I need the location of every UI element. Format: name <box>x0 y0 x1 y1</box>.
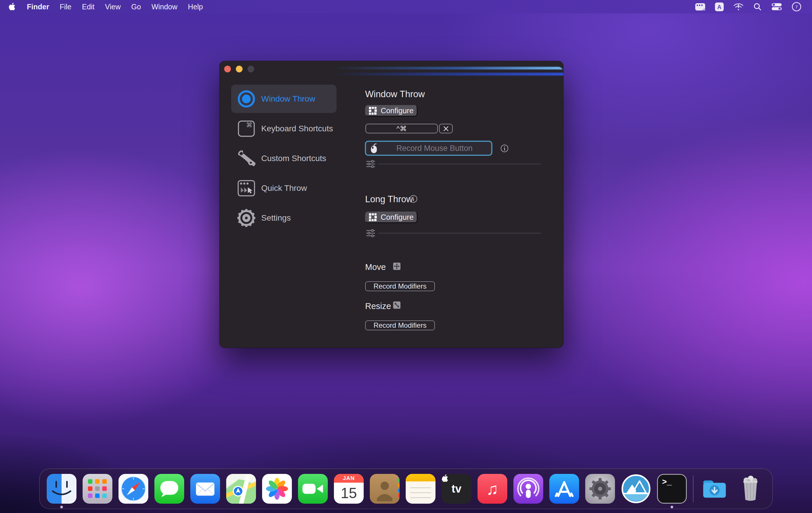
facetime-icon <box>298 474 328 504</box>
dock-item-podcasts[interactable] <box>514 474 543 504</box>
finder-icon <box>47 474 77 504</box>
running-indicator <box>60 506 63 508</box>
sidebar-item-custom-shortcuts[interactable]: Custom Shortcuts <box>231 144 337 173</box>
dock-item-mail[interactable] <box>190 474 220 504</box>
app-window-menubar-icon[interactable] <box>695 3 705 11</box>
sidebar-item-quick-throw[interactable]: Quick Throw <box>231 174 337 202</box>
resize-record-modifiers-button[interactable]: Record Modifiers <box>365 321 435 330</box>
long-throw-configure-button[interactable]: Configure <box>365 212 417 223</box>
minimize-button[interactable] <box>236 66 242 72</box>
move-record-modifiers-button[interactable]: Record Modifiers <box>365 281 435 291</box>
dock-item-terminal[interactable]: >_ <box>657 474 687 504</box>
svg-text:A: A <box>717 3 721 10</box>
close-button[interactable] <box>224 66 231 72</box>
settings-gear-icon <box>236 209 256 227</box>
mouse-icon <box>370 143 378 153</box>
dock-item-contacts[interactable] <box>370 474 400 504</box>
dock-item-safari[interactable] <box>118 474 148 504</box>
move-label: Move <box>365 262 386 272</box>
desktop-wallpaper: Finder File Edit View Go Window Help <box>0 0 812 513</box>
move-icon <box>393 263 401 270</box>
dock-separator <box>693 475 694 502</box>
dock-item-messages[interactable] <box>154 474 184 504</box>
input-source-icon[interactable]: A <box>715 2 724 11</box>
divider <box>378 233 541 234</box>
zoom-button[interactable] <box>248 66 254 72</box>
quick-throw-icon <box>236 180 256 197</box>
dock: JAN 15 <box>39 469 773 509</box>
svg-text:⌘: ⌘ <box>246 121 253 129</box>
sidebar-item-window-throw[interactable]: Window Throw <box>231 85 337 113</box>
decorative-blue-streak <box>330 67 563 76</box>
menu-view[interactable]: View <box>105 3 121 11</box>
mouse-info-button[interactable] <box>500 145 509 153</box>
menubar-app-name[interactable]: Finder <box>27 3 49 11</box>
resize-label: Resize <box>365 301 391 311</box>
window-throw-shortcut-field[interactable]: ^⌘ <box>366 124 438 133</box>
divider <box>378 164 541 164</box>
terminal-prompt-glyph: >_ <box>662 478 672 487</box>
contacts-icon <box>370 474 400 504</box>
launchpad-icon <box>83 474 112 504</box>
mountain-app-icon <box>621 474 651 504</box>
menu-help[interactable]: Help <box>188 3 203 11</box>
dock-item-mountain-app[interactable] <box>621 474 651 504</box>
long-throw-info-button[interactable] <box>409 195 417 204</box>
record-mouse-placeholder: Record Mouse Button <box>378 144 491 153</box>
window-throw-options-button[interactable] <box>366 160 375 170</box>
dock-item-finder[interactable] <box>47 474 77 504</box>
window-throw-title: Window Throw <box>365 89 425 99</box>
mail-icon <box>190 474 220 504</box>
dock-item-maps[interactable] <box>226 474 256 504</box>
appletv-label: tv <box>452 483 461 495</box>
dock-item-system-preferences[interactable] <box>585 474 615 504</box>
notes-header <box>406 474 435 482</box>
dock-item-photos[interactable] <box>262 474 292 504</box>
running-indicator <box>671 506 673 508</box>
clock-7-icon[interactable]: 7 <box>791 2 802 12</box>
grid-icon <box>369 213 377 221</box>
sidebar-item-settings[interactable]: Settings <box>231 204 337 232</box>
shortcut-value: ^⌘ <box>396 125 407 133</box>
dock-item-appletv[interactable]: tv <box>442 474 471 504</box>
long-throw-options-button[interactable] <box>366 229 375 239</box>
dock-item-appstore[interactable] <box>549 474 579 504</box>
app-window: Window Throw ⌘ Keyboard Shortcuts <box>220 61 563 348</box>
window-throw-configure-button[interactable]: Configure <box>365 105 417 116</box>
calendar-day: 15 <box>334 483 364 504</box>
menu-window[interactable]: Window <box>151 3 177 11</box>
wifi-alert-icon[interactable] <box>733 2 744 11</box>
control-center-icon[interactable] <box>771 3 782 10</box>
keyboard-shortcuts-icon: ⌘ <box>236 120 256 137</box>
maps-icon <box>226 474 256 504</box>
clear-shortcut-button[interactable] <box>439 124 453 133</box>
messages-icon <box>154 474 184 504</box>
safari-icon <box>118 474 148 504</box>
music-note-icon: ♫ <box>486 479 498 499</box>
dock-item-calendar[interactable]: JAN 15 <box>334 474 364 504</box>
dock-item-trash[interactable] <box>735 474 765 504</box>
apple-logo-icon <box>442 474 449 483</box>
menubar: Finder File Edit View Go Window Help <box>0 0 812 13</box>
window-titlebar[interactable] <box>220 61 563 79</box>
sidebar-item-keyboard-shortcuts[interactable]: ⌘ Keyboard Shortcuts <box>231 114 337 143</box>
appstore-icon <box>549 474 579 504</box>
downloads-folder-icon <box>700 474 729 504</box>
photos-icon <box>262 474 292 504</box>
menu-file[interactable]: File <box>60 3 71 11</box>
long-throw-title: Long Throw <box>365 194 413 205</box>
dock-item-launchpad[interactable] <box>83 474 112 504</box>
apple-menu-icon[interactable] <box>9 2 16 11</box>
dock-item-music[interactable]: ♫ <box>477 474 507 504</box>
spotlight-icon[interactable] <box>753 2 762 11</box>
dock-item-facetime[interactable] <box>298 474 328 504</box>
dock-item-downloads[interactable] <box>700 474 729 504</box>
close-x-icon <box>443 126 448 131</box>
menu-go[interactable]: Go <box>132 3 141 11</box>
record-mouse-button-field[interactable]: Record Mouse Button <box>365 141 492 156</box>
custom-shortcuts-icon <box>236 149 256 168</box>
trash-full-icon <box>735 474 765 504</box>
calendar-month: JAN <box>334 474 364 483</box>
dock-item-notes[interactable] <box>406 474 435 504</box>
menu-edit[interactable]: Edit <box>82 3 94 11</box>
